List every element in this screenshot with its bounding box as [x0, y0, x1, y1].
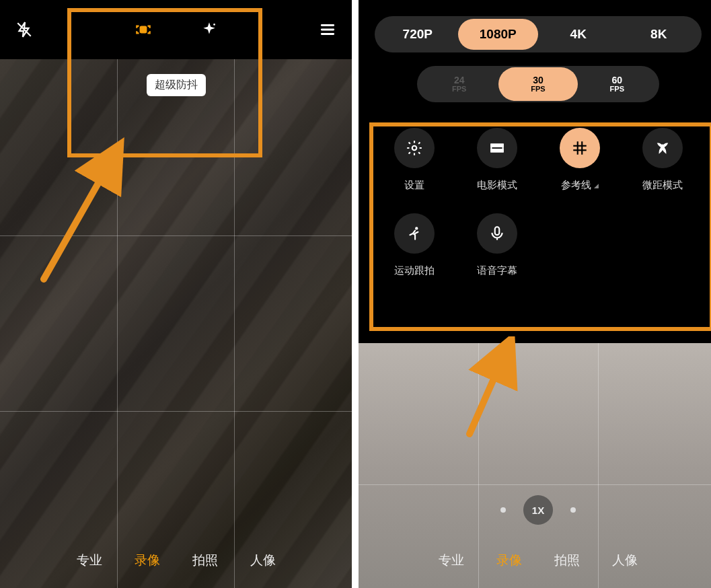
phone-screenshot-right: 720P 1080P 4K 8K 24 FPS 30 FPS 60 FPS	[359, 0, 711, 588]
svg-rect-1	[140, 27, 146, 33]
fps-30[interactable]: 30 FPS	[498, 67, 577, 101]
flower-icon	[642, 128, 683, 168]
mode-photo[interactable]: 拍照	[554, 552, 580, 569]
svg-point-7	[412, 146, 416, 151]
resolution-selector: 720P 1080P 4K 8K	[375, 16, 702, 52]
svg-rect-10	[491, 149, 502, 151]
flash-off-icon[interactable]	[15, 20, 34, 39]
viewfinder	[0, 59, 352, 588]
option-cinema-mode[interactable]: 电影模式	[461, 128, 532, 192]
resolution-4k[interactable]: 4K	[538, 19, 619, 50]
caret-icon: ◢	[594, 182, 599, 189]
zoom-dot	[500, 507, 506, 513]
fps-60[interactable]: 60 FPS	[578, 67, 657, 101]
fps-value: 24	[454, 75, 465, 85]
option-settings[interactable]: 设置	[379, 128, 449, 192]
mode-pro[interactable]: 专业	[439, 552, 464, 569]
option-label: 语音字幕	[477, 264, 517, 277]
topbar-center-group	[134, 20, 219, 39]
grid-line	[0, 411, 352, 412]
resolution-1080p[interactable]: 1080P	[458, 19, 539, 50]
mode-strip: 专业 录像 拍照 人像	[359, 552, 711, 569]
camera-topbar	[0, 0, 352, 59]
mode-photo[interactable]: 拍照	[192, 552, 218, 569]
fps-24: 24 FPS	[420, 67, 498, 101]
grid-line	[359, 484, 711, 485]
zoom-control[interactable]: 1X	[500, 495, 576, 525]
option-label: 微距模式	[642, 179, 683, 192]
stabilization-icon[interactable]	[134, 20, 153, 39]
option-label: 电影模式	[477, 179, 517, 192]
option-label: 设置	[404, 179, 424, 192]
grid-icon	[560, 128, 600, 168]
rect-icon	[477, 128, 517, 168]
option-guidelines[interactable]: 参考线 ◢	[544, 128, 615, 192]
gear-icon	[394, 128, 435, 168]
options-grid: 设置 电影模式 参考线 ◢ 微距模	[359, 102, 711, 291]
mode-strip: 专业 录像 拍照 人像	[0, 552, 352, 569]
menu-icon[interactable]	[318, 20, 337, 39]
option-label: 参考线 ◢	[561, 179, 599, 192]
fps-selector: 24 FPS 30 FPS 60 FPS	[417, 66, 659, 102]
fps-label: FPS	[578, 85, 657, 94]
mode-video[interactable]: 录像	[496, 552, 522, 569]
sparkle-icon[interactable]	[200, 20, 219, 39]
mode-video[interactable]: 录像	[135, 552, 160, 569]
mode-pro[interactable]: 专业	[77, 552, 102, 569]
svg-rect-17	[494, 227, 499, 235]
zoom-value[interactable]: 1X	[523, 495, 553, 525]
mic-icon	[477, 213, 517, 254]
resolution-8k[interactable]: 8K	[619, 19, 700, 50]
mode-portrait[interactable]: 人像	[612, 552, 638, 569]
fps-value: 30	[533, 75, 544, 85]
option-voice-subtitles[interactable]: 语音字幕	[461, 213, 532, 277]
option-motion-tracking[interactable]: 运动跟拍	[379, 213, 449, 277]
fps-label: FPS	[498, 85, 577, 94]
resolution-720p[interactable]: 720P	[377, 19, 458, 50]
grid-line	[234, 59, 235, 588]
option-macro-mode[interactable]: 微距模式	[627, 128, 698, 192]
svg-point-16	[415, 227, 418, 229]
option-label: 运动跟拍	[394, 264, 435, 277]
grid-line	[117, 59, 118, 588]
mode-portrait[interactable]: 人像	[250, 552, 276, 569]
fps-value: 60	[612, 75, 623, 85]
svg-point-2	[213, 24, 215, 26]
svg-rect-9	[491, 145, 502, 147]
stabilization-chip: 超级防抖	[147, 74, 206, 96]
runner-icon	[394, 213, 435, 254]
fps-label: FPS	[420, 85, 498, 94]
grid-line	[0, 235, 352, 236]
phone-screenshot-left: 超级防抖 专业 录像 拍照 人像	[0, 0, 352, 588]
video-settings-panel: 720P 1080P 4K 8K 24 FPS 30 FPS 60 FPS	[359, 0, 711, 343]
zoom-dot	[570, 507, 576, 513]
